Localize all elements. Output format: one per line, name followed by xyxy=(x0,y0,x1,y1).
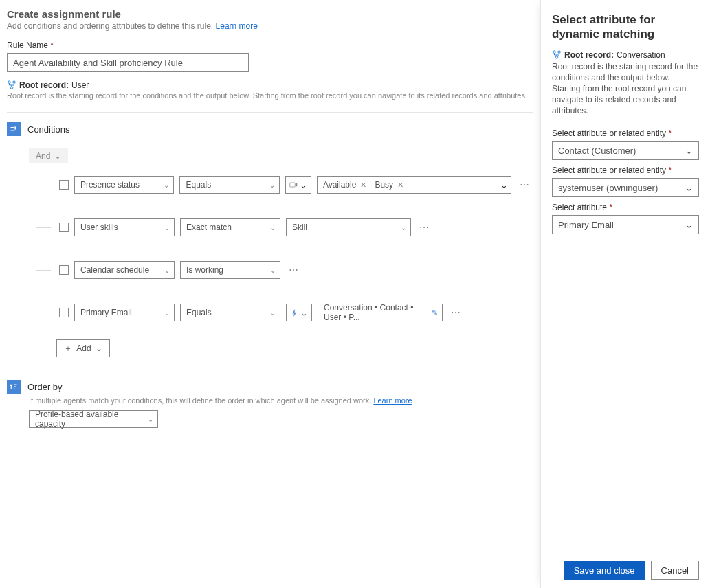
learn-more-link[interactable]: Learn more xyxy=(373,396,412,405)
row-actions-icon[interactable]: ⋯ xyxy=(286,264,302,275)
dynamic-value[interactable]: Conversation • Contact • User • P... ✎ xyxy=(318,304,443,321)
value-type-toggle[interactable]: ⌄ xyxy=(286,304,312,321)
orderby-icon xyxy=(7,380,21,394)
bolt-icon xyxy=(291,309,298,317)
remove-tag-icon[interactable]: ✕ xyxy=(360,181,366,190)
row-checkbox[interactable] xyxy=(59,308,69,317)
operator-value: Equals xyxy=(186,180,211,190)
required-mark: * xyxy=(668,128,672,138)
row-actions-icon[interactable]: ⋯ xyxy=(517,179,533,190)
field-select[interactable]: Presence status⌄ xyxy=(74,176,175,194)
save-and-close-button[interactable]: Save and close xyxy=(564,561,645,580)
panel-desc: Root record is the starting record for t… xyxy=(552,61,699,117)
edit-icon[interactable]: ✎ xyxy=(432,308,438,317)
chevron-down-icon: ⌄ xyxy=(164,309,170,317)
orderby-subtitle: If multiple agents match your conditions… xyxy=(29,396,533,405)
operator-select[interactable]: Is working⌄ xyxy=(180,261,280,279)
chevron-down-icon: ⌄ xyxy=(148,416,153,423)
remove-tag-icon[interactable]: ✕ xyxy=(397,181,403,190)
panel-root-label: Root record: xyxy=(564,50,614,60)
field-select[interactable]: User skills⌄ xyxy=(74,218,175,236)
cancel-button[interactable]: Cancel xyxy=(651,561,699,580)
rule-name-label: Rule Name * xyxy=(7,41,533,50)
label-text: Select attribute xyxy=(552,203,609,212)
chevron-down-icon: ⌄ xyxy=(685,146,693,156)
svg-point-1 xyxy=(13,81,16,84)
row-checkbox[interactable] xyxy=(59,223,69,232)
row-actions-icon[interactable]: ⋯ xyxy=(417,222,433,233)
condition-rows: Presence status⌄ Equals⌄ ⌄ Available✕ Bu… xyxy=(29,163,533,334)
operator-select[interactable]: Equals⌄ xyxy=(179,176,280,194)
svg-point-6 xyxy=(555,56,558,58)
group-operator-label: And xyxy=(36,151,50,161)
group-operator-chip[interactable]: And ⌄ xyxy=(29,148,68,163)
chevron-down-icon: ⌄ xyxy=(401,224,406,231)
page-subtitle: Add conditions and ordering attributes t… xyxy=(7,21,533,31)
chevron-down-icon: ⌄ xyxy=(300,308,308,318)
panel-root-value: Conversation xyxy=(617,50,665,60)
root-record-desc: Root record is the starting record for t… xyxy=(7,91,533,100)
hierarchy-icon xyxy=(552,50,562,60)
add-condition-button[interactable]: ＋ Add ⌄ xyxy=(56,339,110,357)
main-content: Create assignment rule Add conditions an… xyxy=(0,0,540,588)
learn-more-link[interactable]: Learn more xyxy=(216,21,258,31)
row-checkbox[interactable] xyxy=(59,265,69,275)
panel-field: Select attribute * Primary Email⌄ xyxy=(552,203,699,234)
chevron-down-icon: ⌄ xyxy=(270,224,276,231)
tag-item: Busy✕ xyxy=(372,180,406,190)
chevron-down-icon: ⌄ xyxy=(96,343,102,353)
root-record-value: User xyxy=(71,80,89,90)
condition-row: Calendar schedule⌄ Is working⌄ ⋯ xyxy=(29,249,533,291)
operator-value: Is working xyxy=(186,265,223,275)
required-mark: * xyxy=(668,166,672,175)
label-text: Select attribute or related entity xyxy=(552,166,668,175)
required-mark: * xyxy=(50,41,54,50)
rule-name-label-text: Rule Name xyxy=(7,41,50,50)
side-panel: Select attribute for dynamic matching Ro… xyxy=(540,0,710,588)
chevron-down-icon: ⌄ xyxy=(164,267,170,274)
operator-select[interactable]: Equals⌄ xyxy=(180,304,280,321)
operator-select[interactable]: Exact match⌄ xyxy=(180,218,280,236)
panel-select[interactable]: systemuser (owninguser)⌄ xyxy=(552,178,699,197)
chevron-down-icon: ⌄ xyxy=(500,180,508,190)
conditions-title: Conditions xyxy=(27,124,69,135)
tag-label: Available xyxy=(323,180,356,190)
tree-connector xyxy=(29,218,54,236)
panel-field-label: Select attribute * xyxy=(552,203,699,212)
svg-point-0 xyxy=(8,81,11,84)
panel-field: Select attribute or related entity * sys… xyxy=(552,166,699,197)
panel-select[interactable]: Contact (Customer)⌄ xyxy=(552,141,699,160)
tag-icon xyxy=(289,181,298,189)
svg-point-4 xyxy=(553,50,556,53)
rule-name-input[interactable] xyxy=(7,53,249,72)
field-value: Primary Email xyxy=(80,308,132,317)
svg-point-5 xyxy=(558,50,561,53)
chevron-down-icon: ⌄ xyxy=(269,181,275,189)
field-select[interactable]: Calendar schedule⌄ xyxy=(74,261,175,279)
field-select[interactable]: Primary Email⌄ xyxy=(74,304,175,321)
tag-label: Busy xyxy=(375,180,393,190)
value-type-toggle[interactable]: ⌄ xyxy=(285,176,311,194)
tree-connector xyxy=(29,261,54,279)
conditions-header: Conditions xyxy=(7,122,533,136)
orderby-title: Order by xyxy=(27,382,63,392)
chevron-down-icon: ⌄ xyxy=(270,267,276,274)
value-tags[interactable]: Available✕ Busy✕ ⌄ xyxy=(317,176,511,194)
panel-field: Select attribute or related entity * Con… xyxy=(552,128,699,160)
tag-item: Available✕ xyxy=(320,180,369,190)
panel-field-label: Select attribute or related entity * xyxy=(552,128,699,138)
conditions-section: Conditions And ⌄ Presence status⌄ Equals… xyxy=(7,112,533,357)
hierarchy-icon xyxy=(7,80,16,90)
panel-select[interactable]: Primary Email⌄ xyxy=(552,215,699,234)
operator-value: Exact match xyxy=(186,223,232,232)
conditions-icon xyxy=(7,122,21,136)
value-text: Skill xyxy=(292,223,307,232)
orderby-select[interactable]: Profile-based available capacity ⌄ xyxy=(29,410,158,428)
value-select[interactable]: Skill⌄ xyxy=(286,218,411,236)
row-checkbox[interactable] xyxy=(59,180,69,190)
row-actions-icon[interactable]: ⋯ xyxy=(448,307,465,318)
tree-connector xyxy=(29,304,54,321)
chevron-down-icon: ⌄ xyxy=(685,183,693,193)
tree-connector xyxy=(29,176,54,194)
select-value: Primary Email xyxy=(558,220,614,230)
